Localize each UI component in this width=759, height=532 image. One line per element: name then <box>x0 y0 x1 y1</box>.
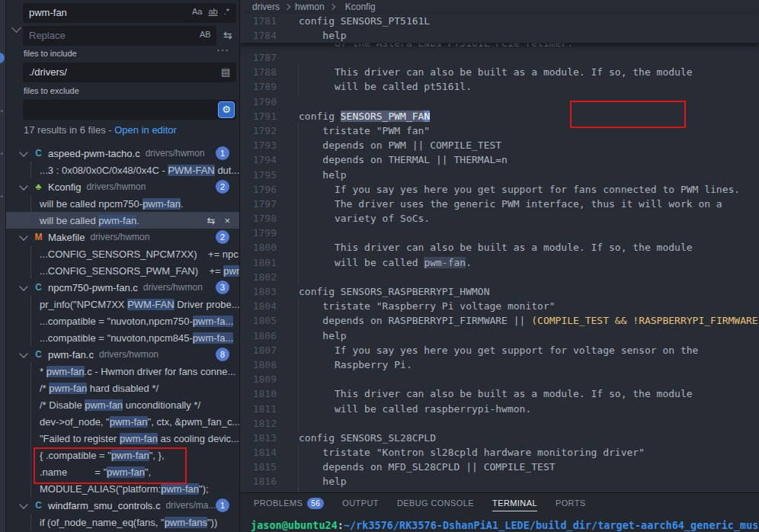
search-match-row[interactable]: ...3 : 0x08/0x0C/0x48/0x4C - PWM-FAN dut… <box>5 162 239 178</box>
search-match-row[interactable]: pr_info("NPCM7XX PWM-FAN Driver probe... <box>5 296 239 312</box>
search-match-row[interactable]: ...CONFIG_SENSORS_PWM_FAN) += pwm... <box>5 262 239 279</box>
code-line[interactable]: 1803config SENSORS_RASPBERRYPI_HWMON <box>240 284 759 299</box>
open-editors-book-icon[interactable]: ▤ <box>221 66 230 78</box>
code-line[interactable]: 1799 <box>240 226 759 240</box>
code-line[interactable]: 1789 will be called pt5161l. <box>240 79 759 94</box>
search-match-row[interactable]: /* Disable pwm-fan unconditionally */ <box>5 396 239 413</box>
breadcrumb-item-kconfig[interactable]: Kconfig <box>345 2 376 12</box>
code-line[interactable]: 1796 If you say yes here you get support… <box>240 182 759 197</box>
chevron-down-icon[interactable] <box>19 232 27 240</box>
code-line[interactable]: 1793 depends on PWM || COMPILE_TEST <box>240 138 759 152</box>
search-match-row[interactable]: ...compatible = "nuvoton,npcm845-pwm-fa.… <box>5 329 239 346</box>
code-line[interactable]: 1791config SENSORS_PWM_FAN <box>240 109 759 123</box>
files-to-exclude-input[interactable] <box>23 100 236 120</box>
code-line[interactable]: 1812 <box>240 416 759 431</box>
code-text: help <box>299 169 347 181</box>
code-line[interactable]: 1811 will be called raspberrypi-hwmon. <box>240 402 759 416</box>
search-result-file[interactable]: MMakefiledrivers/hwmon2 <box>5 229 239 245</box>
code-line[interactable]: 1784 help <box>240 28 759 43</box>
code-line[interactable]: 1805 depends on RASPBERRYPI_FIRMWARE || … <box>240 313 759 328</box>
terminal-prompt[interactable]: jason@ubuntu24:~/rk3576/RK3576-DshanPiA1… <box>240 519 759 531</box>
code-line[interactable]: 1813config SENSORS_SL28CPLD <box>240 431 759 445</box>
search-match-row[interactable]: dev->of_node, "pwm-fan", ctx, &pwm_fan_c… <box>5 413 239 430</box>
chevron-down-icon[interactable] <box>19 349 27 357</box>
search-match-row[interactable]: { .compatible = "pwm-fan", }, <box>5 447 239 463</box>
code-line[interactable]: 1808 Raspberry Pi. <box>240 357 759 372</box>
code-line[interactable]: 1781config SENSORS_PT5161L <box>240 14 759 28</box>
match-highlight: pwm-fan <box>143 198 181 210</box>
toggle-replace-chevron-icon[interactable] <box>11 23 21 33</box>
code-line[interactable]: 1802 <box>240 270 759 284</box>
code-line[interactable]: 1807 If you say yes here you get support… <box>240 343 759 357</box>
code-line[interactable]: 1810 This driver can also be built as a … <box>240 386 759 401</box>
code-line[interactable]: 1797 The driver uses the generic PWM int… <box>240 197 759 211</box>
code-line[interactable]: 1816 help <box>240 474 759 489</box>
breadcrumb[interactable]: drivers hwmon Kconfig <box>240 0 759 14</box>
sticky-scroll[interactable]: 1781config SENSORS_PT5161L1784 help <box>240 14 759 43</box>
chevron-down-icon[interactable] <box>19 282 27 290</box>
search-result-file[interactable]: Cpwm-fan.cdrivers/hwmon8 <box>5 346 239 363</box>
code-line[interactable]: 1795 help <box>240 168 759 182</box>
result-file-path: drivers/ma... <box>165 500 216 511</box>
line-number: 1803 <box>240 284 277 299</box>
breadcrumb-item-drivers[interactable]: drivers <box>252 2 280 12</box>
result-file-path: drivers/hwmon <box>86 181 146 192</box>
code-line[interactable]: 1804 tristate "Raspberry Pi voltage moni… <box>240 299 759 313</box>
code-text: config SENSORS_RASPBERRYPI_HWMON <box>299 286 489 297</box>
search-match-row[interactable]: /* pwm-fan hard disabled */ <box>5 380 239 396</box>
toggle-search-details-icon[interactable]: ··· <box>216 43 229 56</box>
search-result-file[interactable]: Cnpcm750-pwm-fan.cdrivers/hwmon3 <box>5 279 239 296</box>
search-match-row[interactable]: * pwm-fan.c - Hwmon driver for fans conn… <box>5 363 239 380</box>
code-line[interactable]: 1794 depends on THERMAL || THERMAL=n <box>240 152 759 167</box>
chevron-down-icon[interactable] <box>19 181 27 190</box>
search-match-row[interactable]: "Failed to register pwm-fan as cooling d… <box>5 430 239 447</box>
replace-match-icon[interactable]: ⇆ <box>207 215 216 226</box>
code-line[interactable]: 1801 will be called pwm-fan. <box>240 255 759 270</box>
line-number: 1813 <box>240 431 277 445</box>
search-result-file[interactable]: ♣Kconfigdrivers/hwmon2 <box>5 178 239 195</box>
search-match-row[interactable]: ...compatible = "nuvoton,npcm750-pwm-fa.… <box>5 312 239 329</box>
code-line[interactable]: 1814 tristate "Kontron sl28cpld hardware… <box>240 445 759 460</box>
panel-tab-terminal[interactable]: TERMINAL <box>492 493 537 514</box>
exclude-settings-gear-icon[interactable]: ⚙ <box>218 101 235 118</box>
search-match-row[interactable]: ...CONFIG_SENSORS_NPCM7XX) += npc... <box>5 245 239 262</box>
search-result-file[interactable]: Caspeed-pwm-tacho.cdrivers/hwmon1 <box>5 145 239 162</box>
match-case-icon[interactable]: Aa <box>192 7 202 16</box>
code-line[interactable]: 1809 <box>240 372 759 386</box>
chevron-down-icon[interactable] <box>19 148 27 156</box>
replace-all-icon[interactable]: ⇆ <box>223 29 232 41</box>
search-match-row[interactable]: MODULE_ALIAS("platform:pwm-fan"); <box>5 480 239 497</box>
code-line[interactable]: 1798 variety of SoCs. <box>240 211 759 226</box>
code-line[interactable]: 1800 This driver can also be built as a … <box>240 240 759 255</box>
code-line[interactable]: 1790 <box>240 95 759 109</box>
breadcrumb-item-hwmon[interactable]: hwmon <box>295 2 325 12</box>
search-match-row[interactable]: will be called npcm750-pwm-fan. <box>5 195 239 212</box>
panel-tab-problems[interactable]: PROBLEMS56 <box>254 493 324 514</box>
whole-word-icon[interactable]: ab <box>208 7 217 16</box>
replace-input[interactable]: Replace <box>23 26 216 46</box>
code-line[interactable]: 1806 help <box>240 328 759 343</box>
panel-tab-debug-console[interactable]: DEBUG CONSOLE <box>397 493 474 514</box>
files-to-include-input[interactable]: ./drivers/ <box>23 62 236 82</box>
code-area[interactable]: of the Astera Labs PT5161L PCIe retimer.… <box>240 43 759 492</box>
panel-tab-ports[interactable]: PORTS <box>556 493 586 514</box>
editor-pane[interactable]: drivers hwmon Kconfig of the Astera Labs… <box>240 0 759 492</box>
open-in-editor-link[interactable]: Open in editor <box>114 124 177 136</box>
panel-tab-output[interactable]: OUTPUT <box>342 493 379 514</box>
code-text: will be called pt5161l. <box>299 81 472 92</box>
dismiss-match-icon[interactable]: × <box>224 215 230 226</box>
match-highlight: pwm-fa... <box>193 316 233 327</box>
search-match-row[interactable]: if (of_node_name_eq(fans, "pwm-fans")) <box>5 514 239 530</box>
search-match-row[interactable]: .name = "pwm-fan", <box>5 463 239 480</box>
code-line[interactable]: 1815 depends on MFD_SL28CPLD || COMPILE_… <box>240 460 759 474</box>
code-line[interactable]: 1787 <box>240 50 759 65</box>
search-result-file[interactable]: Cwindfarm_smu_controls.cdrivers/ma...1 <box>5 497 239 514</box>
code-line[interactable]: 1792 tristate "PWM fan" <box>240 123 759 138</box>
line-number: 1808 <box>240 357 277 372</box>
regex-icon[interactable]: .* <box>224 7 229 16</box>
preserve-case-icon[interactable]: AB <box>200 30 211 39</box>
chevron-down-icon[interactable] <box>19 500 27 508</box>
code-line[interactable]: 1788 This driver can also be built as a … <box>240 65 759 79</box>
search-match-row[interactable]: will be called pwm-fan.⇆× <box>5 212 239 229</box>
line-number: 1811 <box>240 402 277 416</box>
